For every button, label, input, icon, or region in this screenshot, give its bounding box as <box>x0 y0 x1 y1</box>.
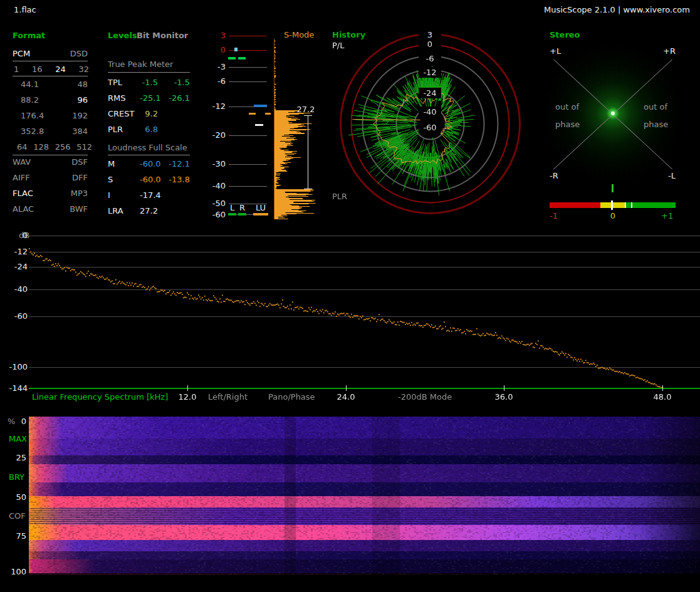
rms-label: RMS <box>108 93 140 103</box>
spectrogram-cof-label: COF <box>9 512 26 521</box>
fmt-mp3: MP3 <box>71 189 88 198</box>
bitdepth-1: 1 <box>14 65 19 74</box>
spectrum-ytick-0: 0 <box>5 231 28 240</box>
spectrum-title: Linear Frequency Spectrum [kHz] <box>32 393 168 402</box>
smode-histogram <box>274 39 318 219</box>
meter-scale--20: -20 <box>207 131 226 140</box>
rms-row: RMS -25.1 -26.1 <box>108 93 190 103</box>
history-header: History <box>332 31 365 39</box>
dsd-256: 256 <box>55 142 71 152</box>
format-codec-row: PCM DSD <box>13 49 88 58</box>
history-plr-label: PLR <box>332 192 347 201</box>
corner-plus-r: +R <box>658 47 676 56</box>
container-row-3: FLAC MP3 <box>13 189 88 198</box>
channel-label-lu: LU <box>253 204 268 212</box>
correlation-zone-tick <box>625 202 626 208</box>
bitdepth-32: 32 <box>78 65 89 74</box>
integrated-row: I -17.4 <box>108 190 190 200</box>
rate-176-4: 176.4 <box>21 111 44 120</box>
format-header: Format <box>13 31 45 40</box>
meter-scale--12: -12 <box>207 102 226 111</box>
dsd-128: 128 <box>33 142 49 152</box>
dsd-rates-row: 64 128 256 512 <box>13 142 92 152</box>
i-label: I <box>108 190 140 200</box>
spectrogram-display <box>29 417 700 575</box>
history-ring--60: -60 <box>419 122 441 133</box>
meter-scale--40: -40 <box>207 182 226 190</box>
tpl-right: -1.5 <box>158 78 190 87</box>
dsd-512: 512 <box>76 142 92 152</box>
fmt-flac: FLAC <box>13 189 33 198</box>
fmt-alac: ALAC <box>13 204 34 214</box>
corner-plus-l: +L <box>550 47 561 56</box>
spectrum-ytick--40: -40 <box>5 285 28 294</box>
history-ring--40: -40 <box>419 106 441 117</box>
channel-label-r: R <box>238 204 246 212</box>
samplerate-row-4: 352.8 384 <box>13 127 88 136</box>
m-label: M <box>108 159 140 169</box>
levels-divider <box>108 72 190 73</box>
momentary-row: M -60.0 -12.1 <box>108 159 190 169</box>
spectrum-xtick-36: 36.0 <box>491 393 516 402</box>
spectrum-xtick-12: 12.0 <box>175 393 200 402</box>
meter-scale--60: -60 <box>207 210 226 219</box>
meter-line--40 <box>229 186 267 187</box>
plr-label: PLR <box>108 125 140 134</box>
spectrum-xtick-48: 48.0 <box>650 393 675 402</box>
samplerate-row-3: 176.4 192 <box>13 111 88 120</box>
tpl-hold-mark-right <box>238 57 246 60</box>
out-of-phase-left-2: phase <box>555 120 580 129</box>
crest-label: CREST <box>108 109 140 118</box>
smode-bracket-bottom-cap <box>304 189 312 189</box>
dsd-64: 64 <box>17 142 28 152</box>
format-bitdepth-row: 1 16 24 32 <box>13 65 89 74</box>
i-value: -17.4 <box>140 190 158 200</box>
true-peak-header: True Peak Meter <box>108 60 173 69</box>
fmt-wav: WAV <box>13 157 31 167</box>
mode-left-right[interactable]: Left/Right <box>208 393 248 402</box>
rate-88-2: 88.2 <box>21 95 39 105</box>
meter-line--20 <box>229 135 267 136</box>
spectrum-ytick--12: -12 <box>5 247 28 256</box>
rate-44-1: 44.1 <box>21 80 39 89</box>
spectrogram-ytick-100: 100 <box>5 568 26 576</box>
s-left: -60.0 <box>140 175 158 184</box>
s-label: S <box>108 175 140 184</box>
crest-row: CREST 9.2 <box>108 109 190 118</box>
meter-scale-0: 0 <box>207 46 226 55</box>
spectrum-curve <box>29 233 700 388</box>
spectrum-ytick--144: -144 <box>5 384 28 393</box>
rms-left: -25.1 <box>140 93 158 103</box>
loudness-header: Loudness Full Scale <box>108 143 187 152</box>
file-title: 1.flac <box>14 6 36 14</box>
spectrum-ytick--24: -24 <box>5 262 28 271</box>
meter-line-3 <box>229 36 267 36</box>
correlation-min-label: -1 <box>550 212 558 221</box>
rate-384: 384 <box>72 127 88 136</box>
smode-mode-label[interactable]: S-Mode <box>284 31 314 39</box>
tab-levels[interactable]: Levels <box>108 31 137 40</box>
app-title: MusicScope 2.1.0 | www.xivero.com <box>544 6 690 14</box>
bitdepth-16: 16 <box>32 65 43 74</box>
spectrogram-ytick-50: 50 <box>5 493 26 502</box>
mode-200db[interactable]: -200dB Mode <box>398 393 452 402</box>
samplerate-row-1: 44.1 48 <box>13 80 88 89</box>
shortterm-mark-2 <box>265 113 271 115</box>
spectrogram-ytick-75: 75 <box>5 532 26 541</box>
meter-scale--3: -3 <box>207 63 226 71</box>
history-ring--12: -12 <box>419 67 441 78</box>
m-left: -60.0 <box>140 159 158 169</box>
meter-scale--50: -50 <box>207 199 226 208</box>
mode-pano-phase[interactable]: Pano/Phase <box>268 393 315 402</box>
correlation-max-label: +1 <box>661 212 673 221</box>
tpl-hold-mark-left <box>228 57 236 60</box>
shortterm-row: S -60.0 -13.8 <box>108 175 190 184</box>
correlation-zone-tick <box>631 202 632 208</box>
levels-divider <box>108 155 190 155</box>
musicscope-window: 1.flac MusicScope 2.1.0 | www.xivero.com… <box>0 0 700 592</box>
tab-bit-monitor[interactable]: Bit Monitor <box>137 31 188 40</box>
shortterm-mark-1 <box>249 113 256 115</box>
momentary-bar <box>254 105 267 107</box>
m-right: -12.1 <box>158 159 190 169</box>
spectrum-xtick-mark <box>346 385 347 391</box>
